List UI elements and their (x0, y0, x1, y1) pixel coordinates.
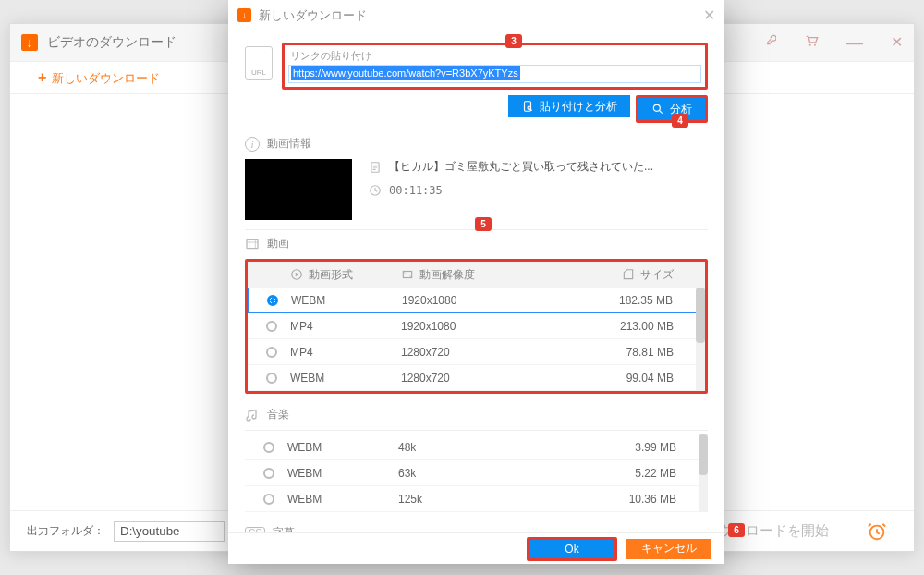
audio-section-header: 音楽 (267, 407, 289, 422)
cell-size: 3.99 MB (569, 441, 689, 454)
close-icon[interactable]: ✕ (891, 33, 903, 53)
radio-icon[interactable] (263, 494, 274, 505)
cell-format: WEBM (287, 441, 398, 454)
audio-row[interactable]: WEBM 125k 10.36 MB (245, 486, 708, 512)
cell-bitrate: 125k (398, 493, 569, 506)
document-icon (369, 161, 382, 174)
key-icon[interactable] (763, 33, 776, 53)
annotation-5: 5 (475, 217, 492, 231)
radio-icon[interactable] (267, 295, 278, 306)
col-resolution: 動画解像度 (419, 267, 475, 283)
col-size: サイズ (640, 267, 674, 283)
cell-format: MP4 (290, 346, 401, 359)
video-thumbnail (245, 159, 352, 220)
audio-scrollbar[interactable] (699, 434, 708, 512)
video-info-header: 動画情報 (267, 136, 311, 152)
music-icon (245, 408, 260, 422)
ok-button[interactable]: Ok (529, 540, 614, 558)
cell-size: 10.36 MB (569, 493, 689, 506)
cell-resolution: 1280x720 (401, 372, 566, 385)
cart-icon[interactable] (804, 33, 819, 53)
alarm-icon[interactable] (857, 511, 897, 552)
cell-resolution: 1280x720 (401, 346, 566, 359)
url-icon: URL (245, 46, 273, 80)
dialog-title: 新しいダウンロード (259, 7, 367, 24)
cell-format: WEBM (291, 294, 402, 307)
video-duration: 00:11:35 (389, 184, 443, 197)
radio-icon[interactable] (263, 468, 274, 479)
radio-icon[interactable] (266, 321, 277, 332)
size-icon (622, 268, 635, 281)
radio-icon[interactable] (266, 347, 277, 358)
clock-icon (369, 184, 382, 197)
dialog-close-icon[interactable]: ✕ (703, 6, 715, 24)
cell-bitrate: 63k (398, 467, 569, 480)
scroll-thumb[interactable] (699, 434, 708, 475)
cell-size: 182.35 MB (565, 294, 686, 307)
svg-rect-8 (247, 239, 258, 248)
subtitle-section-header: 字幕 (273, 525, 295, 532)
app-title: ビデオのダウンロード (47, 34, 176, 51)
format-icon (290, 268, 303, 281)
video-icon (245, 237, 260, 251)
cell-format: WEBM (287, 467, 398, 480)
output-folder-input[interactable] (114, 521, 225, 542)
minimize-icon[interactable]: — (846, 33, 863, 53)
video-title: 【ヒカル】ゴミ屋敷丸ごと買い取って残されていた... (389, 159, 653, 175)
video-section-header: 動画 (267, 236, 289, 251)
cancel-label: キャンセル (641, 541, 697, 557)
audio-row[interactable]: WEBM 63k 5.22 MB (245, 460, 708, 486)
video-row[interactable]: MP4 1920x1080 213.00 MB (248, 313, 705, 339)
resolution-icon (401, 268, 414, 281)
col-format: 動画形式 (309, 267, 353, 283)
cancel-button[interactable]: キャンセル (626, 539, 711, 559)
cell-bitrate: 48k (398, 441, 569, 454)
dialog-logo-icon: ↓ (237, 8, 251, 22)
svg-point-0 (809, 43, 811, 45)
audio-row[interactable]: WEBM 48k 3.99 MB (245, 434, 708, 460)
paste-link-label: リンクの貼り付け (290, 49, 701, 63)
paste-analyze-label: 貼り付けと分析 (540, 99, 617, 115)
radio-icon[interactable] (263, 442, 274, 453)
video-row[interactable]: WEBM 1280x720 99.04 MB (248, 365, 705, 391)
svg-point-1 (814, 43, 816, 45)
svg-point-5 (653, 104, 660, 111)
new-download-button[interactable]: 新しいダウンロード (38, 69, 160, 87)
scroll-thumb[interactable] (696, 288, 705, 343)
info-icon: i (245, 137, 260, 152)
cell-size: 5.22 MB (569, 467, 689, 480)
new-download-dialog: ↓ 新しいダウンロード ✕ URL リンクの貼り付け https://www.y… (228, 0, 724, 564)
app-logo-icon: ↓ (21, 34, 38, 51)
annotation-4: 4 (672, 114, 688, 128)
ok-label: Ok (565, 543, 578, 556)
cell-size: 78.81 MB (566, 346, 687, 359)
cell-size: 99.04 MB (566, 372, 687, 385)
paste-and-analyze-button[interactable]: 貼り付けと分析 (508, 95, 630, 117)
cell-size: 213.00 MB (566, 320, 687, 333)
cell-format: WEBM (290, 372, 401, 385)
cell-format: WEBM (287, 493, 398, 506)
cell-format: MP4 (290, 320, 401, 333)
annotation-6: 6 (728, 523, 745, 537)
video-scrollbar[interactable] (696, 288, 705, 391)
cell-resolution: 1920x1080 (401, 320, 566, 333)
video-row[interactable]: MP4 1280x720 78.81 MB (248, 339, 705, 365)
video-row[interactable]: WEBM 1920x1080 182.35 MB (248, 288, 705, 313)
annotation-3: 3 (505, 34, 522, 48)
url-selected-text: https://www.youtube.com/watch?v=R3bX7yKT… (291, 66, 520, 80)
output-folder-label: 出力フォルダ： (27, 523, 104, 539)
radio-icon[interactable] (266, 373, 277, 384)
cell-resolution: 1920x1080 (402, 294, 565, 307)
